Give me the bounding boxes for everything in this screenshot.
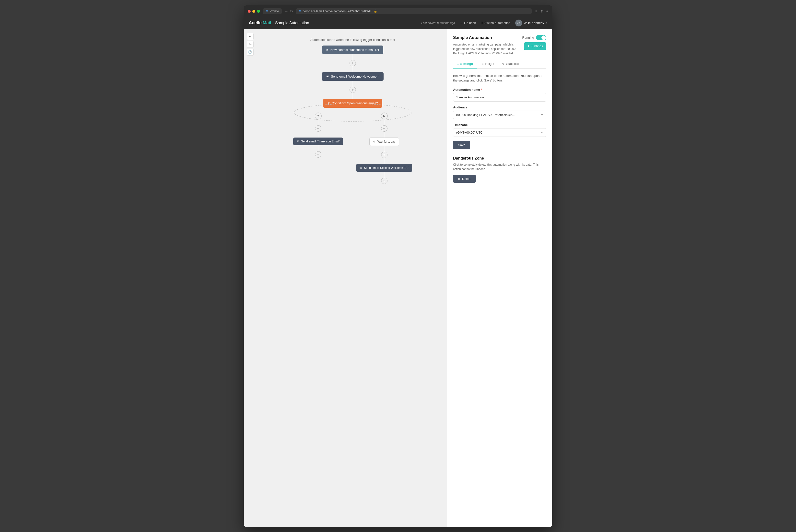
- go-back-button[interactable]: ← Go back: [460, 21, 476, 25]
- go-back-label: Go back: [464, 21, 476, 25]
- timezone-select[interactable]: (GMT+00:00) UTC: [453, 128, 546, 137]
- add-node-yes[interactable]: +: [315, 125, 321, 132]
- add-node-btn-1[interactable]: +: [349, 60, 356, 66]
- delete-btn-label: Delete: [462, 177, 471, 180]
- maximize-button[interactable]: [257, 10, 260, 13]
- main-layout: ↩ ↪ 🕐 Automation starts when the followi…: [244, 29, 552, 527]
- user-initials: JK: [517, 21, 520, 24]
- condition-node-box[interactable]: ? Condition: Open previous email?: [323, 99, 382, 108]
- trigger-node-box[interactable]: ▶ New contact subscribes to mail list: [322, 45, 383, 54]
- automation-name-input[interactable]: [453, 93, 546, 101]
- switch-automation-button[interactable]: ⊞ Switch automation: [481, 21, 510, 25]
- close-button[interactable]: [248, 10, 251, 13]
- address-bar[interactable]: M demo.acellemail.com/automation/5e12aff…: [296, 8, 531, 14]
- no-email-node[interactable]: ✉ Send email 'Second Welcome E...': [356, 164, 412, 172]
- tab-statistics[interactable]: ∿ Statistics: [498, 59, 523, 69]
- switch-automation-label: Switch automation: [485, 21, 510, 25]
- arrow-left-icon: ←: [460, 21, 463, 25]
- new-tab-icon[interactable]: +: [546, 9, 548, 13]
- no-connector-2: [384, 132, 384, 137]
- envelope-icon-yes: ✉: [297, 140, 299, 143]
- no-connector-3: [384, 146, 384, 152]
- danger-zone: Dangerous Zone Click to completely delet…: [453, 156, 546, 183]
- sparkle-icon: ✦: [527, 44, 530, 48]
- condition-node-label: Condition: Open previous email?: [332, 101, 378, 105]
- statistics-tab-label: Statistics: [506, 62, 519, 65]
- trash-icon: 🗑: [457, 177, 461, 180]
- back-icon[interactable]: ←: [285, 9, 288, 13]
- header-right: Last saved: 9 months ago ← Go back ⊞ Swi…: [421, 20, 547, 26]
- grid-icon: ⊞: [481, 21, 484, 25]
- browser-chrome: M Private ← ↻ M demo.acellemail.com/auto…: [244, 5, 552, 17]
- status-label: Running: [522, 36, 534, 39]
- canvas-area[interactable]: ↩ ↪ 🕐 Automation starts when the followi…: [244, 29, 447, 527]
- envelope-icon-no: ✉: [360, 166, 362, 170]
- add-node-yes-2[interactable]: +: [315, 151, 321, 157]
- minimize-button[interactable]: [252, 10, 255, 13]
- panel-header-row: Sample Automation Running: [453, 35, 546, 40]
- question-icon: ?: [327, 101, 330, 105]
- user-name: Jolie Kennedy: [524, 21, 544, 25]
- user-avatar: JK: [515, 20, 522, 26]
- panel-info-text: Below is general information of the auto…: [453, 73, 546, 83]
- browser-tab[interactable]: M Private: [263, 8, 282, 14]
- refresh-icon[interactable]: ↻: [290, 9, 293, 13]
- settings-button[interactable]: ✦ Settings: [524, 42, 546, 50]
- undo-button[interactable]: ↩: [247, 33, 253, 40]
- url-favicon: M: [299, 10, 301, 13]
- user-menu[interactable]: JK Jolie Kennedy ▾: [515, 20, 547, 26]
- insight-tab-label: Insight: [485, 62, 494, 65]
- flow-node-trigger: ▶ New contact subscribes to mail list: [322, 45, 383, 54]
- email1-node-label: Send email 'Welcome Newcomer!': [331, 75, 379, 78]
- danger-zone-title: Dangerous Zone: [453, 156, 546, 160]
- traffic-lights: [248, 10, 260, 13]
- statistics-tab-icon: ∿: [502, 62, 505, 65]
- toggle-knob: [542, 36, 546, 40]
- url-text: demo.acellemail.com/automation/5e12affbc…: [303, 10, 372, 13]
- audience-label-text: Audience: [453, 106, 468, 109]
- yes-connector-1: [318, 119, 318, 125]
- settings-tab-label: Settings: [460, 62, 473, 65]
- share-icon[interactable]: ⬆: [541, 9, 544, 13]
- settings-tab-icon: ≡: [457, 62, 459, 65]
- history-button[interactable]: 🕐: [247, 49, 253, 56]
- delete-button[interactable]: 🗑 Delete: [453, 175, 476, 183]
- settings-btn-label: Settings: [531, 44, 543, 48]
- add-node-btn-2[interactable]: +: [349, 87, 356, 93]
- logo: Acelle Mail: [249, 20, 271, 25]
- tab-insight[interactable]: ◎ Insight: [477, 59, 498, 69]
- add-node-no-2[interactable]: +: [381, 152, 387, 158]
- flow-node-condition: ? Condition: Open previous email?: [323, 99, 382, 108]
- save-button[interactable]: Save: [453, 141, 470, 149]
- redo-button[interactable]: ↪: [247, 41, 253, 48]
- audience-select[interactable]: 80,000 Banking LEADS & Potentials #2...: [453, 111, 546, 119]
- panel-description: Automated email marketing campaign which…: [453, 42, 521, 56]
- email1-node-box[interactable]: ✉ Send email 'Welcome Newcomer!': [322, 72, 383, 81]
- wait-node[interactable]: ↺ Wait for 1 day: [369, 137, 399, 146]
- no-connector-1: [384, 119, 384, 125]
- yes-label: Y: [315, 113, 322, 119]
- no-connector-4: [384, 158, 384, 164]
- settings-form: Automation name * Audience 80,000 Bankin…: [453, 88, 546, 156]
- required-star: *: [481, 88, 482, 92]
- add-node-no-3[interactable]: +: [381, 178, 387, 184]
- browser-window: M Private ← ↻ M demo.acellemail.com/auto…: [244, 5, 552, 527]
- no-label: N: [381, 113, 388, 119]
- tab-label: Private: [270, 10, 279, 13]
- logo-text: Acelle: [249, 20, 262, 25]
- add-node-no[interactable]: +: [381, 125, 387, 132]
- flow-node-email1: ✉ Send email 'Welcome Newcomer!': [322, 72, 383, 81]
- browser-actions: ⬇ ⬆ +: [535, 9, 548, 13]
- running-toggle[interactable]: [536, 35, 546, 40]
- yes-connector-2: [318, 132, 318, 137]
- no-connector-5: [384, 172, 384, 178]
- wait-icon: ↺: [373, 140, 376, 144]
- yes-email-node[interactable]: ✉ Send email 'Thank you Email': [293, 137, 343, 145]
- panel-tabs: ≡ Settings ◎ Insight ∿ Statistics: [453, 59, 546, 69]
- download-icon[interactable]: ⬇: [535, 9, 537, 13]
- tab-settings[interactable]: ≡ Settings: [453, 59, 477, 69]
- no-branch: N + ↺ Wait for 1 day +: [356, 113, 412, 184]
- insight-tab-icon: ◎: [481, 62, 484, 65]
- yes-email-label: Send email 'Thank you Email': [301, 140, 340, 143]
- page-title: Sample Automation: [275, 21, 309, 25]
